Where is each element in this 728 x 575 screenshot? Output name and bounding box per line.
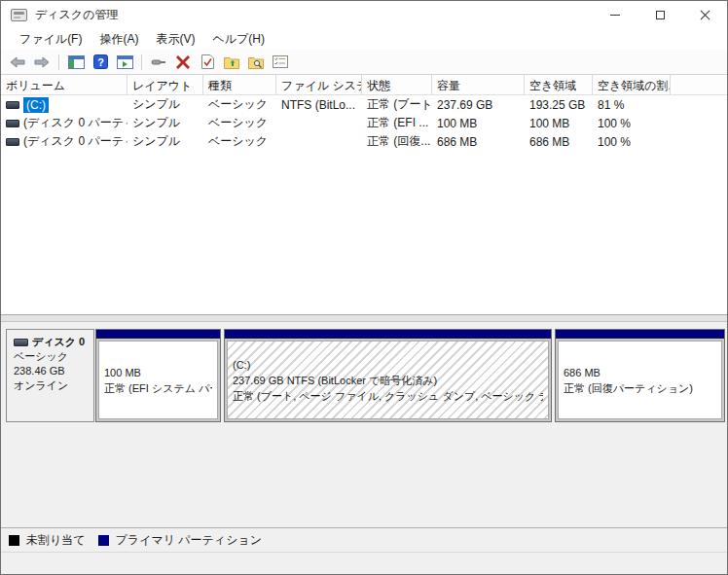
maximize-button[interactable] (637, 1, 682, 28)
help-icon: ? (93, 54, 108, 69)
window-title: ディスクの管理 (35, 7, 118, 23)
explore-folder-button[interactable] (245, 52, 267, 73)
app-icon (11, 9, 27, 21)
menu-action[interactable]: 操作(A) (91, 29, 147, 50)
partition-color-bar (225, 330, 551, 339)
col-header-type[interactable]: 種類 (203, 75, 276, 94)
check-document-icon (201, 54, 214, 69)
col-header-free-space[interactable]: 空き領域 (525, 75, 593, 94)
unallocated-label: 未割り当て (26, 532, 86, 549)
disk-icon (14, 339, 28, 346)
partition-recovery[interactable]: 686 MB 正常 (回復パーティション) (555, 329, 725, 422)
screwdriver-icon (151, 55, 166, 69)
menu-help[interactable]: ヘルプ(H) (203, 29, 273, 50)
volume-type: ベーシック (203, 96, 276, 113)
volume-row-recovery[interactable]: (ディスク 0 パーティシ... シンプル ベーシック 正常 (回復... 68… (1, 132, 727, 151)
show-console-tree-button[interactable] (65, 52, 87, 73)
toolbar: ? (1, 50, 727, 75)
col-header-filesystem[interactable]: ファイル システム (276, 75, 362, 94)
bottom-strip (1, 553, 727, 574)
properties-list-icon (273, 55, 288, 68)
tools-button[interactable] (148, 52, 169, 73)
disk-0-row: ディスク 0 ベーシック 238.46 GB オンライン 100 MB 正常 (… (6, 329, 725, 422)
forward-arrow-icon (34, 56, 50, 68)
col-header-layout[interactable]: レイアウト (127, 75, 203, 94)
volume-status: 正常 (ブート... (362, 96, 432, 113)
legend-bar: 未割り当て プライマリ パーティション (1, 527, 727, 553)
primary-partition-label: プライマリ パーティション (116, 532, 262, 549)
volume-list-panel: ボリューム レイアウト 種類 ファイル システム 状態 容量 空き領域 空き領域… (1, 75, 727, 314)
properties-button[interactable] (270, 52, 291, 73)
partition-c-drive[interactable]: (C:) 237.69 GB NTFS (BitLocker で暗号化済み) 正… (224, 329, 552, 422)
volume-name: (ディスク 0 パーティシ... (23, 115, 127, 131)
titlebar: ディスクの管理 (1, 1, 727, 28)
svg-text:?: ? (97, 56, 104, 68)
partition-size: 100 MB (104, 365, 212, 380)
minimize-button[interactable] (593, 1, 637, 28)
volume-status: 正常 (EFI ... (362, 115, 432, 131)
folder-up-icon (224, 55, 239, 69)
unallocated-swatch (9, 535, 19, 546)
volume-icon (6, 101, 19, 109)
minimize-icon (610, 15, 620, 16)
volume-type: ベーシック (203, 133, 276, 150)
col-header-capacity[interactable]: 容量 (432, 75, 525, 94)
disk-type: ベーシック (14, 349, 90, 364)
partition-efi-system[interactable]: 100 MB 正常 (EFI システム パーティション) (95, 329, 221, 422)
volume-capacity: 686 MB (432, 135, 525, 149)
menu-file[interactable]: ファイル(F) (11, 29, 91, 50)
partition-size: 686 MB (564, 365, 716, 380)
volume-name: (C:) (23, 97, 49, 113)
menu-view[interactable]: 表示(V) (147, 29, 203, 50)
forward-button[interactable] (31, 52, 53, 73)
volume-capacity: 237.69 GB (432, 98, 525, 112)
commit-document-button[interactable] (197, 52, 218, 73)
volume-status: 正常 (回復... (362, 133, 432, 150)
volume-row-efi[interactable]: (ディスク 0 パーティシ... シンプル ベーシック 正常 (EFI ... … (1, 114, 727, 132)
delete-volume-button[interactable] (172, 52, 194, 73)
open-folder-button[interactable] (221, 52, 242, 73)
show-action-pane-button[interactable] (114, 52, 135, 73)
pane-splitter[interactable] (1, 314, 727, 322)
close-button[interactable] (682, 1, 727, 28)
partition-status: 正常 (EFI システム パーティション) (104, 380, 212, 396)
volume-layout: シンプル (127, 96, 203, 113)
partition-color-bar (96, 330, 220, 339)
partition-status: 正常 (ブート, ページ ファイル, クラッシュ ダンプ, ベーシック データ … (233, 388, 543, 404)
volume-free-percent: 81 % (593, 98, 671, 112)
disk-graphical-view: ディスク 0 ベーシック 238.46 GB オンライン 100 MB 正常 (… (1, 322, 727, 527)
maximize-icon (656, 11, 665, 19)
col-header-status[interactable]: 状態 (362, 75, 432, 94)
folder-search-icon (248, 55, 264, 69)
volume-row-c[interactable]: (C:) シンプル ベーシック NTFS (BitLo... 正常 (ブート..… (1, 95, 727, 114)
volume-layout: シンプル (127, 115, 203, 131)
col-header-free-percent[interactable]: 空き領域の割... (593, 75, 671, 94)
volume-type: ベーシック (203, 115, 276, 131)
console-tree-icon (68, 55, 85, 69)
volume-free: 100 MB (525, 117, 593, 130)
disk-size: 238.46 GB (14, 364, 90, 378)
close-icon (700, 10, 710, 20)
primary-partition-swatch (98, 535, 109, 546)
volume-icon (6, 120, 19, 127)
delete-x-icon (176, 55, 190, 69)
volume-free: 193.25 GB (525, 98, 593, 112)
disk-0-label-panel[interactable]: ディスク 0 ベーシック 238.46 GB オンライン (6, 329, 94, 422)
col-header-volume[interactable]: ボリューム (1, 75, 127, 94)
volume-free-percent: 100 % (593, 117, 671, 130)
toolbar-separator (141, 54, 142, 70)
volume-capacity: 100 MB (432, 117, 525, 130)
volume-filesystem: NTFS (BitLo... (276, 98, 362, 112)
volume-table-header: ボリューム レイアウト 種類 ファイル システム 状態 容量 空き領域 空き領域… (1, 75, 727, 95)
toolbar-separator (58, 54, 59, 70)
back-button[interactable] (7, 52, 28, 73)
partition-size-fs: 237.69 GB NTFS (BitLocker で暗号化済み) (233, 373, 543, 388)
volume-name: (ディスク 0 パーティシ... (23, 133, 127, 150)
partition-status: 正常 (回復パーティション) (564, 380, 716, 396)
disk-name: ディスク 0 (32, 335, 85, 349)
volume-free: 686 MB (525, 135, 593, 149)
partition-color-bar (556, 330, 724, 339)
help-button[interactable]: ? (90, 52, 111, 73)
disk-management-window: ディスクの管理 ファイル(F) 操作(A) 表示(V) ヘルプ(H) (0, 0, 728, 575)
volume-icon (6, 138, 19, 146)
